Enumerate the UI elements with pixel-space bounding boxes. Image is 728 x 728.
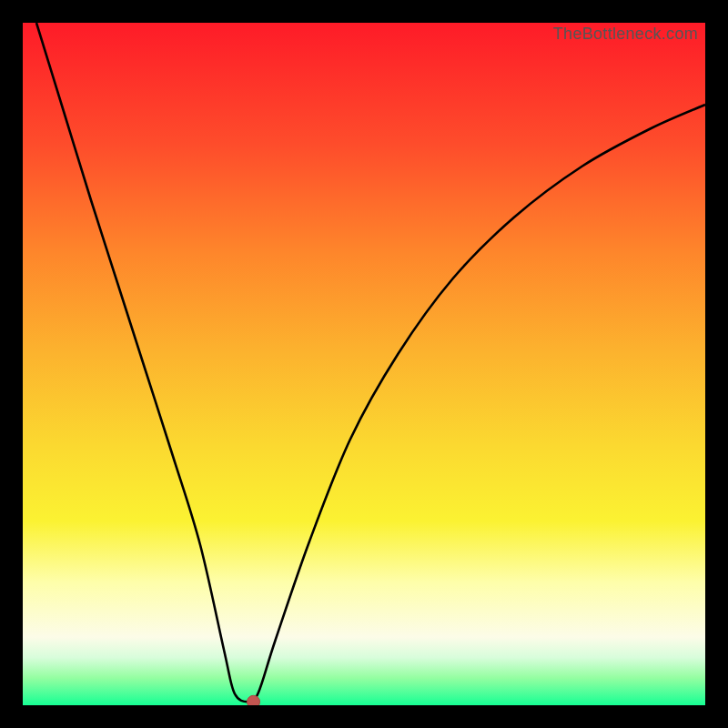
bottleneck-curve xyxy=(36,23,705,702)
watermark-text: TheBottleneck.com xyxy=(553,25,698,44)
optimal-point-marker xyxy=(248,695,260,705)
plot-area: TheBottleneck.com xyxy=(23,23,705,705)
chart-frame: TheBottleneck.com xyxy=(0,0,728,728)
chart-svg xyxy=(23,23,705,705)
